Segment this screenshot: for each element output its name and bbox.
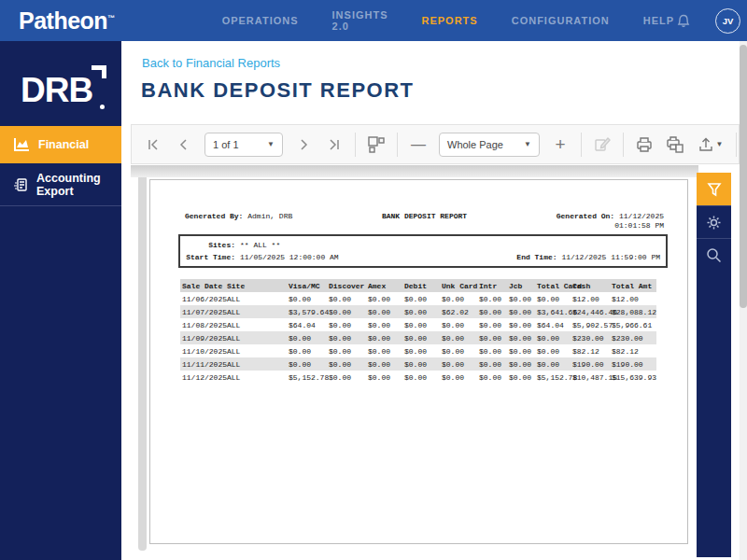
filter-parameters-button[interactable] <box>697 173 731 205</box>
nav-item-insights[interactable]: INSIGHTS 2.0 <box>332 9 388 32</box>
zoom-out-button[interactable]: — <box>408 134 429 155</box>
table-cell: $0.00 <box>366 318 402 331</box>
table-cell: ALL <box>225 292 287 305</box>
page-title: BANK DEPOSIT REPORT <box>141 78 415 103</box>
table-cell: 11/10/2025 <box>180 344 225 357</box>
table-cell: $0.00 <box>402 292 440 305</box>
table-cell: $64.04 <box>287 318 327 331</box>
table-column-header: Site <box>225 279 287 292</box>
print-page-button[interactable] <box>665 134 685 155</box>
table-cell: $5,152.78 <box>535 371 571 384</box>
zoom-mode-dropdown[interactable]: Whole Page ▼ <box>439 133 540 157</box>
table-cell: $0.00 <box>287 357 327 371</box>
nav-item-reports[interactable]: REPORTS <box>422 15 478 26</box>
page-indicator-dropdown[interactable]: 1 of 1 ▼ <box>204 133 283 157</box>
table-cell: $0.00 <box>402 371 440 384</box>
start-time-value: 11/05/2025 12:00:00 AM <box>240 251 339 263</box>
first-page-button[interactable] <box>143 134 163 155</box>
sidebar-item-label: Accounting Export <box>36 172 121 198</box>
table-cell: ALL <box>225 357 287 371</box>
sites-label: Sites: <box>186 239 235 251</box>
search-panel-button[interactable] <box>697 238 731 271</box>
page-scrollbar[interactable] <box>740 41 747 560</box>
table-cell: $0.00 <box>535 292 571 305</box>
table-cell: ALL <box>225 371 287 384</box>
multipage-view-button[interactable] <box>366 134 387 155</box>
table-cell: $0.00 <box>402 331 440 344</box>
report-page: Generated By: Admin, DRB BANK DEPOSIT RE… <box>149 179 688 544</box>
table-cell: ALL <box>225 344 287 357</box>
generated-by-value: Admin, DRB <box>247 212 292 220</box>
next-page-button[interactable] <box>293 134 314 155</box>
table-cell: $230.00 <box>610 331 656 344</box>
table-cell: $0.00 <box>477 344 507 357</box>
table-cell: $15,639.93 <box>610 371 656 384</box>
table-cell: $0.00 <box>477 292 507 305</box>
brand-text: Patheon <box>19 7 107 34</box>
nav-item-configuration[interactable]: CONFIGURATION <box>512 15 610 26</box>
nav-item-operations[interactable]: OPERATIONS <box>222 15 299 26</box>
table-column-header: Unk Card <box>440 279 477 292</box>
table-cell: $12.00 <box>571 292 610 305</box>
table-column-header: Amex <box>366 279 402 292</box>
table-column-header: Discover <box>327 279 366 292</box>
print-button[interactable] <box>634 134 655 155</box>
edit-report-button-disabled[interactable] <box>592 134 613 155</box>
accounting-export-icon <box>13 177 28 192</box>
sidebar-item-financial[interactable]: Financial <box>0 126 121 163</box>
toolbar-separator <box>355 133 356 157</box>
back-to-financial-reports-link[interactable]: Back to Financial Reports <box>142 56 280 70</box>
table-cell: $0.00 <box>327 344 366 357</box>
table-cell: $0.00 <box>366 344 402 357</box>
table-cell: $0.00 <box>440 331 477 344</box>
table-cell: $190.00 <box>571 357 610 371</box>
viewer-scrollbar[interactable] <box>138 177 147 551</box>
main-content: Back to Financial Reports BANK DEPOSIT R… <box>121 41 747 560</box>
table-row: 11/08/2025ALL$64.04$0.00$0.00$0.00$0.00$… <box>180 318 656 331</box>
table-cell: $0.00 <box>402 344 440 357</box>
scrollbar-thumb[interactable] <box>740 45 747 308</box>
start-time-label: Start Time: <box>186 251 235 263</box>
table-cell: $0.00 <box>477 331 507 344</box>
generated-by: Generated By: Admin, DRB <box>185 212 345 231</box>
sidebar-item-label: Financial <box>38 138 89 151</box>
table-cell: $3,641.66 <box>535 305 571 318</box>
drb-logo-bracket <box>92 65 106 78</box>
table-cell: $0.00 <box>477 371 507 384</box>
generated-on-label: Generated On: <box>557 212 614 220</box>
zoom-in-button[interactable]: + <box>550 134 571 155</box>
export-button[interactable]: ▼ <box>696 134 726 155</box>
sidebar-item-accounting-export[interactable]: Accounting Export <box>0 163 121 206</box>
table-row: 11/09/2025ALL$0.00$0.00$0.00$0.00$0.00$0… <box>180 331 656 344</box>
table-cell: $12.00 <box>610 292 656 305</box>
nav-item-help[interactable]: HELP <box>643 15 674 26</box>
top-navigation-bar: Patheon™ OPERATIONS INSIGHTS 2.0 REPORTS… <box>0 0 747 41</box>
table-cell: $0.00 <box>327 371 366 384</box>
app-window: Patheon™ OPERATIONS INSIGHTS 2.0 REPORTS… <box>0 0 747 560</box>
table-cell: $0.00 <box>287 344 327 357</box>
previous-page-button[interactable] <box>174 134 194 155</box>
table-cell: $0.00 <box>366 357 402 371</box>
table-cell: $0.00 <box>535 331 571 344</box>
last-page-button[interactable] <box>324 134 345 155</box>
table-cell: 11/07/2025 <box>180 305 225 318</box>
table-row: 11/06/2025ALL$0.00$0.00$0.00$0.00$0.00$0… <box>180 292 656 305</box>
report-viewer-toolbar: 1 of 1 ▼ — Whole Page <box>131 124 740 164</box>
user-avatar[interactable]: JV <box>715 8 740 34</box>
table-column-header: Total Amt <box>610 279 656 292</box>
chevron-down-icon: ▼ <box>267 140 275 148</box>
table-cell: $0.00 <box>440 318 477 331</box>
table-cell: $0.00 <box>287 331 327 344</box>
table-header-row: Sale DateSiteVisa/MCDiscoverAmexDebitUnk… <box>180 279 656 292</box>
toolbar-separator <box>581 133 582 157</box>
table-cell: 11/08/2025 <box>180 318 225 331</box>
table-cell: $0.00 <box>477 318 507 331</box>
notification-bell-icon[interactable] <box>674 11 693 30</box>
deposit-table: Sale DateSiteVisa/MCDiscoverAmexDebitUnk… <box>180 279 656 384</box>
table-cell: $0.00 <box>477 357 507 371</box>
table-cell: $0.00 <box>535 357 571 371</box>
table-cell: $0.00 <box>327 318 366 331</box>
drb-logo-dot <box>100 105 105 109</box>
viewer-side-panel <box>697 173 731 557</box>
settings-gear-button[interactable] <box>697 205 731 238</box>
